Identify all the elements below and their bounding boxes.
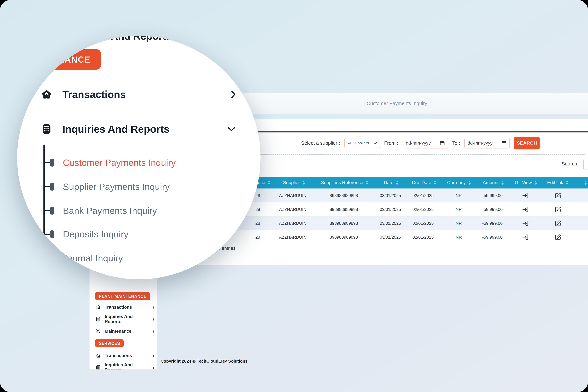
sidebar-item-transactions[interactable]: Transactions› (95, 303, 154, 312)
sidebar-section-badge: PLANT MAINTENANCE (95, 292, 150, 300)
gl-view-link[interactable] (522, 220, 529, 227)
table-search-label: Search: (562, 161, 578, 166)
menu-item-inquiries-reports[interactable]: Inquiries And Reports (41, 120, 236, 138)
chevron-down-icon (227, 126, 236, 132)
submenu-item-deposits-inquiry[interactable]: Deposits Inquiry (17, 226, 251, 242)
cell-date: 03/01/2025 (380, 234, 401, 240)
to-date-placeholder: dd-mm-yyyy (468, 140, 492, 146)
edit-icon (554, 192, 562, 199)
home-icon (95, 353, 101, 358)
cell-supplier: AZZHARDUIN (279, 207, 306, 212)
cell-supplier-reference: 898988989898 (330, 207, 358, 212)
magnifier-circle: Inquiries And Reports FINANCE Transactio… (17, 36, 260, 279)
chevron-right-icon: › (152, 328, 154, 334)
column-header[interactable]: Amount (483, 177, 504, 188)
cell-currency: INR (454, 193, 462, 198)
submenu-item-supplier-payments-inquiry[interactable]: Supplier Payments Inquiry (17, 179, 251, 194)
cell-date: 03/01/2025 (380, 207, 401, 212)
cell-supplier: AZZHARDUIN (279, 234, 306, 240)
from-date-input[interactable]: dd-mm-yyyy (402, 138, 448, 148)
sort-icon (566, 181, 568, 185)
to-date-input[interactable]: dd-mm-yyyy (464, 138, 510, 148)
column-header[interactable]: Supplier (283, 177, 305, 188)
cell-supplier-reference: 898988989898 (330, 234, 358, 240)
edit-icon (554, 234, 562, 241)
column-header[interactable]: Due Date (412, 177, 436, 188)
breadcrumb: Customer Payments Inquiry (367, 100, 427, 106)
cell-due-date: 02/01/2025 (412, 221, 434, 226)
sort-icon (434, 181, 436, 185)
from-date-label: From : (384, 140, 398, 146)
cell-amount: -59,999.00 (482, 221, 502, 226)
column-header[interactable]: Supplier's Reference (321, 177, 368, 188)
tree-bullet (50, 230, 54, 238)
column-header[interactable] (584, 177, 587, 188)
submenu-item-gl-inquiry[interactable]: GL Inquiry (17, 274, 251, 279)
finance-section-badge: FINANCE (39, 49, 101, 70)
app-page: Customer Payments Inquiry 4 3 R Riya adm… (0, 0, 588, 392)
submenu-item-customer-payments-inquiry[interactable]: Customer Payments Inquiry (17, 155, 251, 170)
edit-link[interactable] (554, 234, 562, 241)
sort-icon (534, 181, 537, 185)
column-header[interactable]: Currency (447, 177, 471, 188)
to-date-label: To : (452, 140, 460, 146)
supplier-filter-label: Select a supplier : (301, 140, 340, 146)
gl-view-icon (522, 206, 529, 213)
submenu-item-bank-payments-inquiry[interactable]: Bank Payments Inquiry (17, 203, 251, 218)
cell-amount: -59,999.00 (482, 207, 502, 212)
reports-icon (95, 364, 101, 370)
chevron-down-icon (374, 142, 377, 144)
cell-due-date: 02/01/2025 (412, 207, 434, 212)
menu-item-transactions[interactable]: Transactions (41, 86, 236, 103)
tree-bullet (50, 207, 54, 214)
sort-icon (468, 181, 471, 185)
cell-currency: INR (454, 221, 462, 226)
cell-currency: INR (454, 207, 462, 212)
cell-reference: 28 (256, 221, 260, 226)
edit-link[interactable] (554, 192, 562, 199)
cell-reference: 28 (256, 234, 260, 240)
tree-bullet (50, 159, 54, 166)
cell-currency: INR (454, 234, 462, 240)
reports-icon (41, 123, 52, 135)
gl-view-icon (522, 192, 529, 199)
filter-bar: Select a supplier : All Suppliers From :… (301, 136, 540, 150)
cell-amount: -59,999.00 (482, 234, 502, 240)
cell-supplier: AZZHARDUIN (279, 193, 306, 198)
tree-bullet (50, 254, 54, 262)
sort-icon (302, 181, 305, 185)
edit-link[interactable] (554, 220, 562, 227)
sidebar-item-inquiries-reports[interactable]: Inquiries And Reports› (95, 363, 154, 370)
table-search-input[interactable] (583, 159, 588, 170)
column-header[interactable]: Edit link (547, 177, 568, 188)
sort-icon (501, 181, 504, 185)
cell-amount: -59,999.00 (482, 193, 502, 198)
sidebar-item-transactions[interactable]: Transactions› (95, 351, 154, 360)
sidebar-item-inquiries-reports[interactable]: Inquiries And Reports› (95, 314, 154, 324)
gl-view-link[interactable] (522, 206, 529, 213)
cell-date: 03/01/2025 (380, 221, 401, 226)
cell-supplier-reference: 898988989898 (330, 193, 358, 198)
chevron-right-icon: › (152, 364, 154, 370)
calendar-icon (502, 140, 506, 146)
home-icon (41, 89, 52, 100)
column-header[interactable]: Date (384, 177, 398, 188)
supplier-select-value: All Suppliers (347, 141, 369, 145)
sort-icon (584, 181, 587, 185)
chevron-right-icon: › (152, 316, 154, 322)
clipped-menu-label: Inquiries And Reports (66, 36, 172, 42)
from-date-placeholder: dd-mm-yyyy (406, 140, 431, 146)
edit-icon (554, 220, 562, 227)
edit-link[interactable] (554, 206, 562, 213)
gl-view-link[interactable] (522, 234, 529, 241)
cell-supplier: AZZHARDUIN (279, 221, 306, 226)
column-header[interactable]: GL View (515, 177, 537, 188)
edit-icon (554, 206, 562, 213)
search-submit-button[interactable]: SEARCH (514, 137, 540, 150)
gl-view-link[interactable] (522, 192, 529, 199)
sort-icon (268, 181, 270, 185)
sidebar-item-maintenance[interactable]: Maintenance› (95, 327, 154, 336)
chevron-right-icon: › (152, 304, 154, 310)
tree-connector (44, 258, 52, 259)
supplier-select[interactable]: All Suppliers (344, 138, 380, 148)
